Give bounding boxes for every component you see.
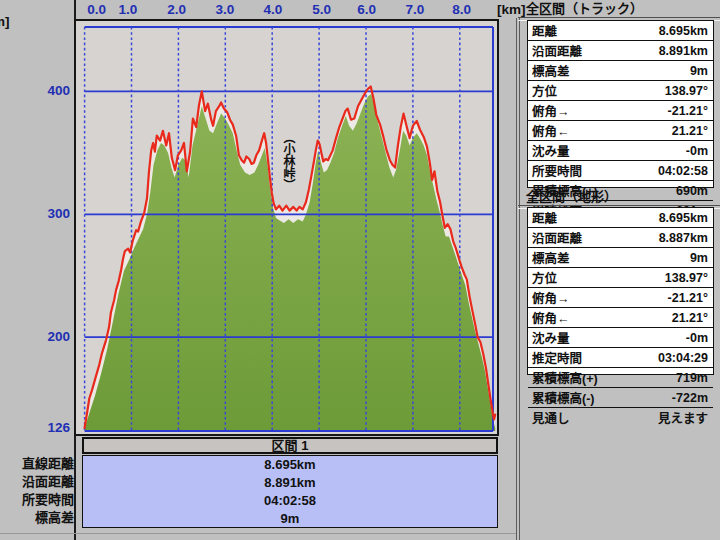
panel-row-value: 見えます [570,408,713,427]
section-row-value: 04:02:58 [83,492,497,510]
panel-table-row: 俯角←21.21° [528,307,713,327]
panel-title: 全区間（トラック） [520,1,718,17]
panel-row-value: 719m [598,371,713,385]
panel-table-row: 所要時間04:02:58 [528,160,713,180]
section-row-label: 沿面距離 [0,473,74,491]
x-tick-label: 4.0 [256,2,290,17]
x-tick-label: 8.0 [445,2,479,17]
section-row-label: 所要時間 [0,491,74,509]
x-tick-label: 6.0 [350,2,384,17]
panel-row-label: 距離 [528,208,557,227]
panel-row-value: 8.695km [557,211,713,225]
x-tick-label: 7.0 [398,2,432,17]
panel-row-label: 推定時間 [528,348,582,367]
y-tick-label: 400 [24,83,70,98]
panel-row-label: 俯角← [528,121,570,140]
panel-row-value: 04:02:58 [582,164,713,178]
panel-row-value: 8.891km [582,44,713,58]
pane-divider[interactable] [516,18,520,540]
panel-table-row: 沿面距離8.887km [528,227,713,247]
panel-table-row: 標高差9m [528,60,713,80]
panel-table: 距離8.695km沿面距離8.887km標高差9m方位138.97°俯角→-21… [527,207,714,375]
panel-row-value: 03:04:29 [582,351,713,365]
panel-row-label: 所要時間 [528,161,582,180]
panel-table-row: 俯角←21.21° [528,120,713,140]
panel-row-label: 累積標高(-) [528,388,595,407]
panel-table-row: 累積標高(-)-722m [528,387,713,407]
x-tick-label: 2.0 [160,2,194,17]
panel-row-value: -722m [595,391,714,405]
panel-table-row: 方位138.97° [528,80,713,100]
section-row-label: 標高差 [0,509,74,527]
panel-row-label: 方位 [528,268,557,287]
x-tick-label: 3.0 [208,2,242,17]
panel-row-label: 標高差 [528,248,570,267]
section-row-labels: 直線距離沿面距離所要時間標高差 [0,455,74,527]
panel-table-row: 標高差9m [528,247,713,267]
panel-row-value: -0m [570,144,713,158]
panel-table-row: 方位138.97° [528,267,713,287]
section-row-label: 直線距離 [0,455,74,473]
panel-row-value: 138.97° [557,271,713,285]
panel-row-label: 沈み量 [528,141,570,160]
panel-table-row: 推定時間03:04:29 [528,347,713,367]
panel-row-label: 沈み量 [528,328,570,347]
panel-row-value: 9m [570,64,713,78]
elevation-profile-chart[interactable] [76,21,497,434]
panel-table-row: 距離8.695km [528,21,713,40]
panel-row-label: 沿面距離 [528,228,582,247]
y-axis-unit-label: m] [0,14,10,29]
section-row-value: 8.695km [83,456,497,474]
panel-table-row: 沈み量-0m [528,327,713,347]
panel-row-value: 8.695km [557,24,713,38]
panel-row-label: 方位 [528,81,557,100]
panel-row-label: 俯角← [528,308,570,327]
panel-row-label: 俯角→ [528,288,570,307]
y-tick-label: 300 [24,206,70,221]
panel-table-row: 累積標高(+)719m [528,367,713,387]
panel-table-row: 俯角→-21.21° [528,100,713,120]
panel-table-row: 沈み量-0m [528,140,713,160]
panel-row-label: 俯角→ [528,101,570,120]
panel-table: 距離8.695km沿面距離8.891km標高差9m方位138.97°俯角→-21… [527,20,714,188]
y-tick-label: 126 [24,420,70,435]
x-tick-label: 1.0 [111,2,145,17]
panel-row-label: 沿面距離 [528,41,582,60]
panel-table-row: 沿面距離8.891km [528,40,713,60]
panel-table-row: 俯角→-21.21° [528,287,713,307]
panel-row-label: 見通し [528,408,570,427]
panel-table-row: 距離8.695km [528,208,713,227]
panel-row-value: 21.21° [570,311,713,325]
panel-row-label: 標高差 [528,61,570,80]
panel-row-value: -21.21° [570,291,713,305]
panel-row-value: -0m [570,331,713,345]
panel-table-row: 見通し見えます [528,407,713,427]
section-row-value: 9m [83,510,497,528]
panel-row-value: -21.21° [570,104,713,118]
section-header: 区間 1 [82,437,498,454]
panel-row-value: 21.21° [570,124,713,138]
y-tick-label: 200 [24,329,70,344]
section-values-box: 8.695km8.891km04:02:589m [82,455,498,528]
bottom-edge-line [0,533,516,534]
panel-row-label: 距離 [528,21,557,40]
section-row-value: 8.891km [83,474,497,492]
pass-annotation: （小林峠） [280,131,296,197]
panel-title: 全区間（地形） [520,189,718,205]
panel-row-value: 138.97° [557,84,713,98]
x-tick-label: 5.0 [305,2,339,17]
panel-row-label: 累積標高(+) [528,368,598,387]
app-window: { "chart": { "y_unit_clipped": "m]", "x_… [0,0,720,540]
panel-row-value: 9m [570,251,713,265]
panel-row-value: 8.887km [582,231,713,245]
x-tick-label: 0.0 [80,2,114,17]
